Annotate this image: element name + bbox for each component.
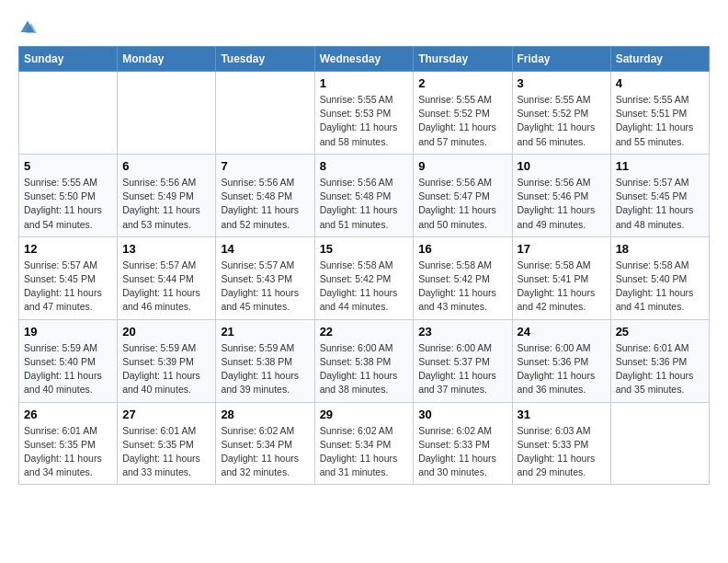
day-number: 15: [320, 242, 409, 256]
day-number: 27: [122, 408, 210, 421]
day-number: 2: [418, 76, 506, 90]
calendar-day-cell: [216, 72, 314, 155]
day-info: Sunrise: 5:57 AM Sunset: 5:43 PM Dayligh…: [221, 259, 309, 315]
calendar-week-row: 1Sunrise: 5:55 AM Sunset: 5:53 PM Daylig…: [19, 72, 710, 155]
day-info: Sunrise: 5:56 AM Sunset: 5:47 PM Dayligh…: [418, 176, 506, 232]
calendar-day-cell: 16Sunrise: 5:58 AM Sunset: 5:42 PM Dayli…: [414, 236, 512, 319]
day-info: Sunrise: 6:01 AM Sunset: 5:35 PM Dayligh…: [122, 424, 210, 480]
day-number: 19: [24, 325, 112, 339]
day-info: Sunrise: 5:59 AM Sunset: 5:39 PM Dayligh…: [122, 341, 210, 397]
day-info: Sunrise: 5:58 AM Sunset: 5:42 PM Dayligh…: [418, 259, 506, 315]
day-info: Sunrise: 6:02 AM Sunset: 5:34 PM Dayligh…: [320, 424, 409, 480]
day-number: 28: [221, 408, 309, 421]
logo-icon: [18, 18, 37, 37]
calendar-day-cell: 12Sunrise: 5:57 AM Sunset: 5:45 PM Dayli…: [19, 236, 118, 319]
logo: [18, 18, 40, 37]
day-number: 6: [122, 159, 210, 173]
calendar-day-cell: 25Sunrise: 6:01 AM Sunset: 5:36 PM Dayli…: [610, 319, 709, 402]
calendar-day-cell: 27Sunrise: 6:01 AM Sunset: 5:35 PM Dayli…: [118, 402, 216, 485]
day-number: 11: [616, 159, 704, 173]
day-number: 14: [221, 242, 309, 256]
day-info: Sunrise: 5:56 AM Sunset: 5:48 PM Dayligh…: [320, 176, 409, 232]
calendar-day-cell: 23Sunrise: 6:00 AM Sunset: 5:37 PM Dayli…: [414, 319, 512, 402]
weekday-header-cell: Friday: [512, 47, 610, 72]
day-info: Sunrise: 5:58 AM Sunset: 5:41 PM Dayligh…: [518, 259, 606, 315]
weekday-header-cell: Monday: [118, 47, 216, 72]
day-info: Sunrise: 5:55 AM Sunset: 5:52 PM Dayligh…: [418, 93, 506, 149]
day-info: Sunrise: 6:00 AM Sunset: 5:36 PM Dayligh…: [518, 341, 606, 397]
calendar-day-cell: [19, 72, 118, 155]
calendar-day-cell: 15Sunrise: 5:58 AM Sunset: 5:42 PM Dayli…: [314, 236, 414, 319]
day-number: 29: [320, 408, 409, 421]
day-number: 4: [616, 76, 704, 90]
day-number: 17: [518, 242, 606, 256]
day-info: Sunrise: 5:59 AM Sunset: 5:38 PM Dayligh…: [221, 341, 309, 397]
calendar-day-cell: [118, 72, 216, 155]
day-number: 16: [418, 242, 506, 256]
day-info: Sunrise: 5:56 AM Sunset: 5:48 PM Dayligh…: [221, 176, 309, 232]
day-info: Sunrise: 6:01 AM Sunset: 5:35 PM Dayligh…: [24, 424, 112, 480]
weekday-header-cell: Wednesday: [314, 47, 414, 72]
calendar-week-row: 19Sunrise: 5:59 AM Sunset: 5:40 PM Dayli…: [19, 319, 710, 402]
calendar-week-row: 26Sunrise: 6:01 AM Sunset: 5:35 PM Dayli…: [19, 402, 710, 485]
calendar-day-cell: 29Sunrise: 6:02 AM Sunset: 5:34 PM Dayli…: [314, 402, 414, 485]
calendar-day-cell: 21Sunrise: 5:59 AM Sunset: 5:38 PM Dayli…: [216, 319, 314, 402]
calendar-day-cell: 1Sunrise: 5:55 AM Sunset: 5:53 PM Daylig…: [314, 72, 414, 155]
calendar-day-cell: 30Sunrise: 6:02 AM Sunset: 5:33 PM Dayli…: [414, 402, 512, 485]
calendar-day-cell: 28Sunrise: 6:02 AM Sunset: 5:34 PM Dayli…: [216, 402, 314, 485]
day-info: Sunrise: 6:02 AM Sunset: 5:34 PM Dayligh…: [221, 424, 309, 480]
calendar-day-cell: 11Sunrise: 5:57 AM Sunset: 5:45 PM Dayli…: [610, 154, 709, 236]
day-info: Sunrise: 5:58 AM Sunset: 5:42 PM Dayligh…: [320, 259, 409, 315]
day-info: Sunrise: 6:00 AM Sunset: 5:37 PM Dayligh…: [418, 341, 506, 397]
calendar-day-cell: 24Sunrise: 6:00 AM Sunset: 5:36 PM Dayli…: [512, 319, 610, 402]
calendar-day-cell: [610, 402, 709, 485]
weekday-header-row: SundayMondayTuesdayWednesdayThursdayFrid…: [19, 47, 710, 72]
day-info: Sunrise: 5:55 AM Sunset: 5:52 PM Dayligh…: [518, 93, 606, 149]
day-info: Sunrise: 5:56 AM Sunset: 5:49 PM Dayligh…: [122, 176, 210, 232]
day-info: Sunrise: 6:03 AM Sunset: 5:33 PM Dayligh…: [518, 424, 606, 480]
day-number: 20: [122, 325, 210, 339]
day-info: Sunrise: 5:57 AM Sunset: 5:44 PM Dayligh…: [122, 259, 210, 315]
calendar-day-cell: 9Sunrise: 5:56 AM Sunset: 5:47 PM Daylig…: [414, 154, 512, 236]
weekday-header-cell: Saturday: [610, 47, 709, 72]
calendar-table: SundayMondayTuesdayWednesdayThursdayFrid…: [18, 46, 710, 485]
day-info: Sunrise: 5:58 AM Sunset: 5:40 PM Dayligh…: [616, 259, 704, 315]
day-number: 22: [320, 325, 409, 339]
calendar-day-cell: 3Sunrise: 5:55 AM Sunset: 5:52 PM Daylig…: [512, 72, 610, 155]
weekday-header-cell: Thursday: [414, 47, 512, 72]
day-info: Sunrise: 5:57 AM Sunset: 5:45 PM Dayligh…: [24, 259, 112, 315]
day-info: Sunrise: 5:59 AM Sunset: 5:40 PM Dayligh…: [24, 341, 112, 397]
day-number: 25: [616, 325, 704, 339]
weekday-header-cell: Sunday: [19, 47, 118, 72]
day-number: 31: [518, 408, 606, 421]
day-number: 1: [320, 76, 409, 90]
weekday-header-cell: Tuesday: [216, 47, 314, 72]
day-info: Sunrise: 5:56 AM Sunset: 5:46 PM Dayligh…: [518, 176, 606, 232]
calendar-day-cell: 7Sunrise: 5:56 AM Sunset: 5:48 PM Daylig…: [216, 154, 314, 236]
calendar-day-cell: 13Sunrise: 5:57 AM Sunset: 5:44 PM Dayli…: [118, 236, 216, 319]
day-number: 23: [418, 325, 506, 339]
day-info: Sunrise: 5:55 AM Sunset: 5:51 PM Dayligh…: [616, 93, 704, 149]
day-number: 8: [320, 159, 409, 173]
calendar-week-row: 5Sunrise: 5:55 AM Sunset: 5:50 PM Daylig…: [19, 154, 710, 236]
day-info: Sunrise: 6:01 AM Sunset: 5:36 PM Dayligh…: [616, 341, 704, 397]
day-number: 26: [24, 408, 112, 421]
day-number: 13: [122, 242, 210, 256]
calendar-day-cell: 17Sunrise: 5:58 AM Sunset: 5:41 PM Dayli…: [512, 236, 610, 319]
day-number: 7: [221, 159, 309, 173]
day-number: 18: [616, 242, 704, 256]
day-info: Sunrise: 5:55 AM Sunset: 5:50 PM Dayligh…: [24, 176, 112, 232]
day-info: Sunrise: 5:57 AM Sunset: 5:45 PM Dayligh…: [616, 176, 704, 232]
day-number: 21: [221, 325, 309, 339]
calendar-day-cell: 19Sunrise: 5:59 AM Sunset: 5:40 PM Dayli…: [19, 319, 118, 402]
day-number: 30: [418, 408, 506, 421]
calendar-day-cell: 31Sunrise: 6:03 AM Sunset: 5:33 PM Dayli…: [512, 402, 610, 485]
day-number: 9: [418, 159, 506, 173]
day-info: Sunrise: 6:02 AM Sunset: 5:33 PM Dayligh…: [418, 424, 506, 480]
calendar-day-cell: 2Sunrise: 5:55 AM Sunset: 5:52 PM Daylig…: [414, 72, 512, 155]
day-info: Sunrise: 6:00 AM Sunset: 5:38 PM Dayligh…: [320, 341, 409, 397]
calendar-day-cell: 4Sunrise: 5:55 AM Sunset: 5:51 PM Daylig…: [610, 72, 709, 155]
calendar-day-cell: 10Sunrise: 5:56 AM Sunset: 5:46 PM Dayli…: [512, 154, 610, 236]
calendar-day-cell: 5Sunrise: 5:55 AM Sunset: 5:50 PM Daylig…: [19, 154, 118, 236]
calendar-day-cell: 14Sunrise: 5:57 AM Sunset: 5:43 PM Dayli…: [216, 236, 314, 319]
